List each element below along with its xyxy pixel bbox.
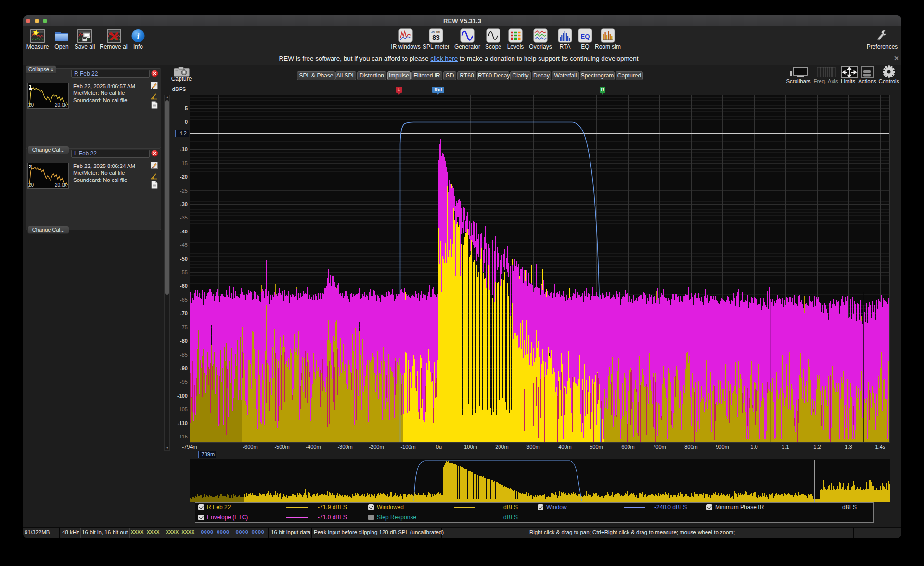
svg-text:83: 83 <box>432 34 440 41</box>
svg-text:dB SPL: dB SPL <box>431 30 442 34</box>
svg-text:EQ: EQ <box>581 33 590 40</box>
svg-text:i: i <box>137 32 139 41</box>
